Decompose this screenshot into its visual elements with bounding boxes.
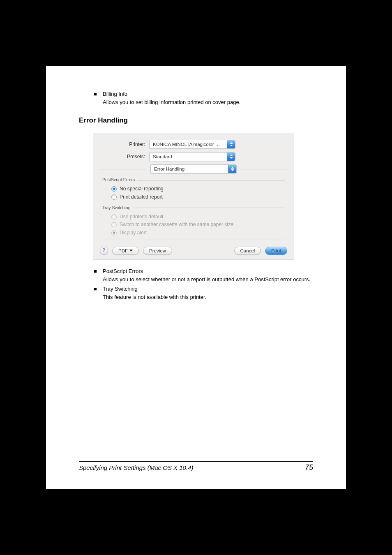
button-label: Preview (149, 247, 166, 254)
printer-row: Printer: KONICA MINOLTA magicolor … (100, 140, 287, 149)
divider (240, 169, 287, 169)
print-dialog: Printer: KONICA MINOLTA magicolor … Pres… (93, 133, 294, 259)
print-button[interactable]: Print (265, 247, 287, 255)
dialog-bottom-bar: ? PDF Preview Cancel Print (100, 247, 287, 255)
list-item: ■ Tray Switching This feature is not ava… (94, 285, 313, 301)
group-title: PostScript Errors (102, 177, 137, 183)
chevron-down-icon (129, 250, 133, 252)
footer-rule (79, 461, 313, 462)
stepper-icon (227, 140, 235, 148)
pane-select[interactable]: Error Handling (150, 164, 237, 173)
item-title: PostScript Errors (103, 268, 313, 275)
radio-display-alert: Display alert (111, 229, 285, 236)
button-label: Print (271, 247, 281, 254)
printer-value: KONICA MINOLTA magicolor … (153, 141, 220, 148)
list-item-body: Billing Info Allows you to set billing i… (103, 90, 313, 106)
content-area: ■ Billing Info Allows you to set billing… (79, 90, 313, 301)
help-button[interactable]: ? (100, 247, 108, 255)
item-title: Tray Switching (103, 285, 313, 293)
divider (100, 169, 147, 169)
radio-no-special-reporting[interactable]: No special reporting (111, 185, 285, 192)
radio-label: No special reporting (120, 185, 164, 192)
preview-button[interactable]: Preview (143, 247, 172, 255)
footer-page-number: 75 (305, 463, 313, 472)
bullet-square-icon: ■ (94, 268, 103, 275)
bullet-square-icon: ■ (94, 90, 103, 98)
radio-icon (111, 186, 117, 192)
help-icon: ? (102, 247, 105, 254)
button-label: PDF (118, 247, 128, 254)
divider (102, 240, 285, 240)
list-item: ■ Billing Info Allows you to set billing… (94, 90, 313, 106)
radio-switch-cassette: Switch to another cassette with the same… (111, 221, 285, 228)
item-desc: Allows you to select whether or not a re… (103, 276, 313, 284)
radio-label: Use printer's default (120, 213, 163, 220)
radio-print-detailed-report[interactable]: Print detailed report (111, 194, 285, 201)
printer-label: Printer: (100, 141, 149, 148)
item-title: Billing Info (103, 90, 313, 98)
radio-icon (111, 222, 117, 227)
presets-select[interactable]: Standard (149, 152, 235, 161)
cancel-button[interactable]: Cancel (234, 247, 261, 255)
presets-value: Standard (153, 153, 172, 160)
radio-label: Display alert (120, 229, 147, 236)
item-desc: Allows you to set billing information pr… (103, 99, 313, 106)
bullet-square-icon: ■ (94, 285, 103, 293)
postscript-errors-group: PostScript Errors No special reporting P… (102, 176, 285, 201)
radio-use-printers-default: Use printer's default (111, 213, 285, 220)
radio-icon (111, 230, 117, 236)
presets-label: Presets: (100, 153, 149, 160)
pdf-button[interactable]: PDF (112, 247, 139, 255)
printer-select[interactable]: KONICA MINOLTA magicolor … (149, 140, 235, 149)
list-item: ■ PostScript Errors Allows you to select… (94, 268, 313, 284)
group-title: Tray Switching (102, 205, 133, 211)
radio-icon (111, 194, 117, 200)
radio-label: Print detailed report (120, 194, 163, 201)
stepper-icon (227, 153, 235, 161)
list-item-body: PostScript Errors Allows you to select w… (103, 268, 313, 284)
item-desc: This feature is not available with this … (103, 294, 313, 301)
tray-switching-group: Tray Switching Use printer's default Swi… (102, 204, 285, 236)
radio-label: Switch to another cassette with the same… (120, 221, 233, 228)
button-label: Cancel (240, 247, 255, 254)
page-footer: Specifying Print Settings (Mac OS X 10.4… (79, 461, 313, 472)
footer-title: Specifying Print Settings (Mac OS X 10.4… (79, 464, 193, 471)
list-item-body: Tray Switching This feature is not avail… (103, 285, 313, 301)
presets-row: Presets: Standard (100, 152, 287, 161)
document-page: ■ Billing Info Allows you to set billing… (46, 66, 346, 489)
pane-value: Error Handling (154, 166, 184, 173)
stepper-icon (228, 165, 236, 173)
section-heading: Error Handling (79, 116, 313, 126)
radio-icon (111, 214, 117, 220)
